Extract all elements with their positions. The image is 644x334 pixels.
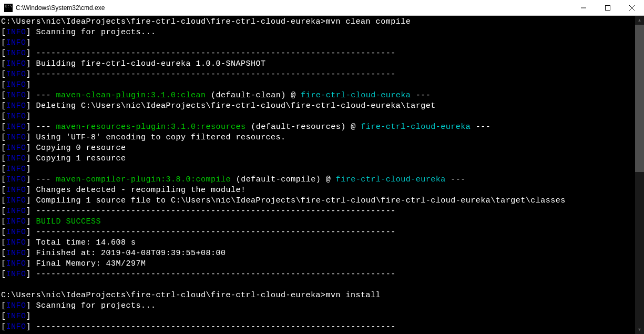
- scroll-thumb[interactable]: [635, 25, 644, 172]
- log-line: [INFO] Finished at: 2019-04-08T09:39:55+…: [1, 249, 226, 258]
- log-line: [INFO] Deleting C:\Users\nic\IdeaProject…: [1, 102, 436, 110]
- scroll-down-arrow[interactable]: ▼: [635, 325, 644, 334]
- log-line: [INFO]: [1, 112, 31, 121]
- log-line: [INFO] ---------------------------------…: [1, 207, 396, 216]
- log-line: [INFO] Scanning for projects...: [1, 301, 156, 310]
- log-line: [INFO] Using 'UTF-8' encoding to copy fi…: [1, 133, 286, 142]
- scrollbar[interactable]: ▲ ▼: [635, 16, 644, 334]
- maximize-icon: [605, 5, 610, 11]
- log-line: [INFO] BUILD SUCCESS: [1, 217, 101, 226]
- window-title: C:\Windows\System32\cmd.exe: [16, 4, 571, 12]
- close-button[interactable]: [620, 0, 644, 15]
- prompt-line: C:\Users\nic\IdeaProjects\fire-ctrl-clou…: [1, 291, 381, 300]
- log-line: [INFO] ---------------------------------…: [1, 270, 396, 279]
- cmd-icon: [4, 4, 13, 12]
- terminal-container: C:\Users\nic\IdeaProjects\fire-ctrl-clou…: [0, 16, 644, 334]
- minimize-icon: [581, 5, 586, 11]
- log-line: [INFO] ---------------------------------…: [1, 228, 396, 237]
- log-line: [INFO]: [1, 38, 31, 47]
- log-line: [INFO] Building fire-ctrl-cloud-eureka 1…: [1, 59, 266, 68]
- window-controls: [571, 0, 644, 15]
- log-line: [INFO] Scanning for projects...: [1, 28, 156, 37]
- log-line: [INFO]: [1, 80, 31, 89]
- prompt-line: C:\Users\nic\IdeaProjects\fire-ctrl-clou…: [1, 17, 411, 26]
- log-line: [INFO] Compiling 1 source file to C:\Use…: [1, 196, 566, 205]
- log-line: [INFO] Changes detected - recompiling th…: [1, 186, 246, 195]
- log-line: [INFO] Copying 1 resource: [1, 154, 126, 163]
- log-line: [INFO] --- maven-resources-plugin:3.1.0:…: [1, 123, 490, 131]
- log-line: [INFO]: [1, 165, 31, 174]
- titlebar: C:\Windows\System32\cmd.exe: [0, 0, 644, 16]
- terminal-output[interactable]: C:\Users\nic\IdeaProjects\fire-ctrl-clou…: [0, 16, 635, 334]
- log-line: [INFO] ---------------------------------…: [1, 49, 396, 58]
- blank-line: [1, 280, 6, 289]
- log-line: [INFO] Final Memory: 43M/297M: [1, 259, 146, 268]
- log-line: [INFO] Total time: 14.608 s: [1, 238, 136, 247]
- maximize-button[interactable]: [596, 0, 620, 15]
- minimize-button[interactable]: [571, 0, 596, 15]
- log-line: [INFO] --- maven-clean-plugin:3.1.0:clea…: [1, 91, 431, 100]
- log-line: [INFO] Copying 0 resource: [1, 144, 126, 153]
- log-line: [INFO] ---------------------------------…: [1, 70, 396, 79]
- log-line: [INFO]: [1, 312, 31, 321]
- svg-rect-1: [606, 5, 610, 10]
- scroll-up-arrow[interactable]: ▲: [635, 16, 644, 25]
- log-line: [INFO] --- maven-compiler-plugin:3.8.0:c…: [1, 175, 466, 184]
- close-icon: [629, 5, 635, 11]
- log-line: [INFO] ---------------------------------…: [1, 322, 396, 331]
